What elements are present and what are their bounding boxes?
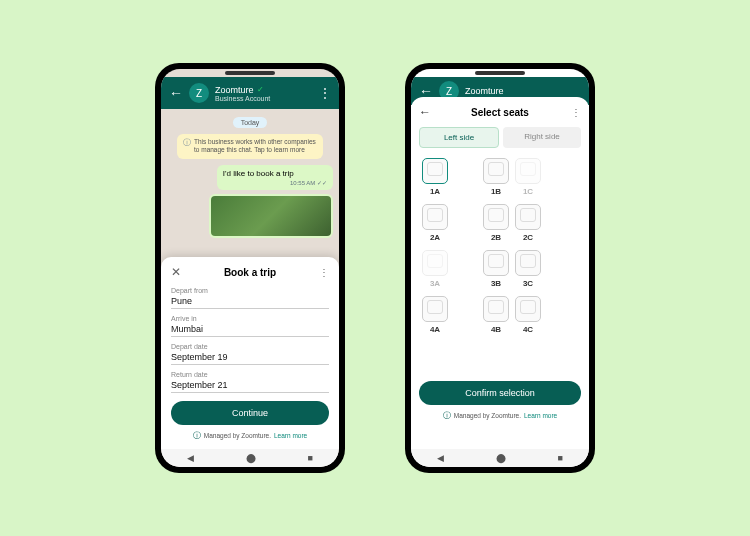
input-field[interactable]: Depart dateSeptember 19 [171, 343, 329, 365]
seat-3C[interactable]: 3C [515, 250, 541, 288]
date-chip: Today [233, 117, 268, 128]
phone-right: ← Z Zoomture ← Select seats ⋮ Left side … [405, 63, 595, 473]
image-placeholder [211, 196, 332, 236]
seat-1B[interactable]: 1B [483, 158, 509, 196]
android-nav-bar: ◀ ⬤ ■ [411, 449, 589, 467]
bottom-sheet-select-seats: ← Select seats ⋮ Left side Right side 1A… [411, 97, 589, 449]
seat-4B[interactable]: 4B [483, 296, 509, 334]
seat-row: 2A2B2C [419, 204, 581, 242]
field-value: September 19 [171, 350, 329, 365]
learn-more-link[interactable]: Learn more [274, 432, 307, 439]
field-value: September 21 [171, 378, 329, 393]
field-value: Pune [171, 294, 329, 309]
field-label: Depart from [171, 287, 329, 294]
input-field[interactable]: Arrive inMumbai [171, 315, 329, 337]
input-field[interactable]: Return dateSeptember 21 [171, 371, 329, 393]
seat-4A[interactable]: 4A [419, 296, 451, 334]
verified-icon: ✓ [257, 85, 264, 94]
sheet-back-icon[interactable]: ← [419, 105, 435, 119]
learn-more-link[interactable]: Learn more [524, 412, 557, 419]
managed-by-text: ⓘ Managed by Zoomture. Learn more [171, 430, 329, 441]
nav-home-icon[interactable]: ⬤ [496, 453, 506, 463]
screen-seats: ← Z Zoomture ← Select seats ⋮ Left side … [411, 69, 589, 467]
seat-1C: 1C [515, 158, 541, 196]
side-tabs: Left side Right side [419, 127, 581, 148]
sheet-menu-icon[interactable]: ⋮ [565, 107, 581, 118]
field-value: Mumbai [171, 322, 329, 337]
seat-row: 3A3B3C [419, 250, 581, 288]
business-subtitle: Business Account [215, 95, 313, 102]
nav-recent-icon[interactable]: ■ [308, 453, 313, 463]
outgoing-message[interactable]: I'd like to book a trip 10:55 AM ✓✓ [217, 165, 333, 190]
confirm-button[interactable]: Confirm selection [419, 381, 581, 405]
screen-chat: ← Z Zoomture✓ Business Account ⋮ Today ⓘ… [161, 69, 339, 467]
menu-icon[interactable]: ⋮ [319, 86, 331, 100]
android-nav-bar: ◀ ⬤ ■ [161, 449, 339, 467]
sheet-title: Book a trip [181, 267, 319, 278]
seat-2B[interactable]: 2B [483, 204, 509, 242]
shield-icon: ⓘ [193, 430, 201, 441]
chat-body[interactable]: Today ⓘ This business works with other c… [161, 109, 339, 239]
seat-2A[interactable]: 2A [419, 204, 451, 242]
tab-left-side[interactable]: Left side [419, 127, 499, 148]
message-time: 10:55 AM ✓✓ [223, 179, 327, 186]
seat-grid: 1A1B1C2A2B2C3A3B3C4A4B4C [419, 158, 581, 373]
business-name[interactable]: Zoomture [465, 86, 504, 96]
seat-4C[interactable]: 4C [515, 296, 541, 334]
seat-3B[interactable]: 3B [483, 250, 509, 288]
input-field[interactable]: Depart fromPune [171, 287, 329, 309]
nav-home-icon[interactable]: ⬤ [246, 453, 256, 463]
seat-row: 1A1B1C [419, 158, 581, 196]
seat-1A[interactable]: 1A [419, 158, 451, 196]
bottom-sheet-book-trip: ✕ Book a trip ⋮ Depart fromPuneArrive in… [161, 257, 339, 449]
back-icon[interactable]: ← [169, 85, 183, 101]
whatsapp-header: ← Z Zoomture✓ Business Account ⋮ [161, 77, 339, 109]
field-label: Depart date [171, 343, 329, 350]
phone-left: ← Z Zoomture✓ Business Account ⋮ Today ⓘ… [155, 63, 345, 473]
nav-recent-icon[interactable]: ■ [558, 453, 563, 463]
info-icon: ⓘ [183, 138, 191, 148]
nav-back-icon[interactable]: ◀ [187, 453, 194, 463]
field-label: Return date [171, 371, 329, 378]
shield-icon: ⓘ [443, 410, 451, 421]
sheet-menu-icon[interactable]: ⋮ [319, 267, 329, 278]
seat-2C[interactable]: 2C [515, 204, 541, 242]
nav-back-icon[interactable]: ◀ [437, 453, 444, 463]
business-name[interactable]: Zoomture [215, 85, 254, 95]
sheet-title: Select seats [435, 107, 565, 118]
tab-right-side[interactable]: Right side [503, 127, 581, 148]
seat-3A: 3A [419, 250, 451, 288]
field-label: Arrive in [171, 315, 329, 322]
avatar[interactable]: Z [189, 83, 209, 103]
system-message[interactable]: ⓘ This business works with other compani… [177, 134, 323, 159]
managed-by-text: ⓘ Managed by Zoomture. Learn more [419, 410, 581, 421]
image-message[interactable] [209, 194, 334, 238]
seat-row: 4A4B4C [419, 296, 581, 334]
close-icon[interactable]: ✕ [171, 265, 181, 279]
continue-button[interactable]: Continue [171, 401, 329, 425]
